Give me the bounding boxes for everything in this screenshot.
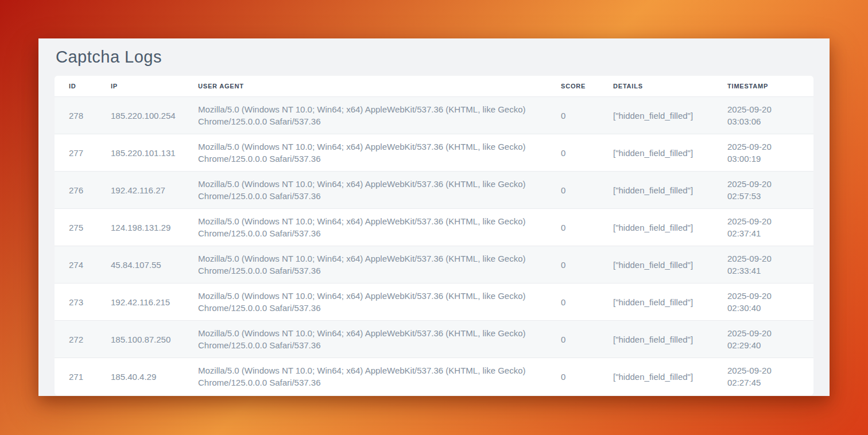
cell-details: ["hidden_field_filled"] — [599, 246, 713, 283]
column-header-timestamp: TIMESTAMP — [713, 76, 813, 97]
cell-timestamp: 2025-09-2003:00:19 — [713, 134, 813, 172]
cell-user-agent: Mozilla/5.0 (Windows NT 10.0; Win64; x64… — [184, 321, 547, 358]
cell-user-agent: Mozilla/5.0 (Windows NT 10.0; Win64; x64… — [184, 172, 547, 209]
cell-score: 0 — [547, 246, 599, 283]
table-row: 276192.42.116.27Mozilla/5.0 (Windows NT … — [55, 172, 813, 209]
cell-ip: 185.100.87.250 — [96, 321, 184, 358]
column-header-user-agent: USER AGENT — [184, 76, 547, 97]
cell-details: ["hidden_field_filled"] — [599, 97, 713, 134]
cell-id: 277 — [55, 134, 96, 172]
cell-id: 275 — [55, 209, 96, 246]
log-table-body: 278185.220.100.254Mozilla/5.0 (Windows N… — [55, 97, 813, 395]
cell-score: 0 — [547, 358, 599, 395]
captcha-logs-card: Captcha Logs ID IP USER AGENT SCORE DETA… — [38, 38, 830, 396]
cell-score: 0 — [547, 134, 599, 172]
header-row: ID IP USER AGENT SCORE DETAILS TIMESTAMP — [55, 76, 813, 97]
cell-user-agent: Mozilla/5.0 (Windows NT 10.0; Win64; x64… — [184, 246, 547, 283]
cell-ip: 124.198.131.29 — [96, 209, 184, 246]
cell-details: ["hidden_field_filled"] — [599, 134, 713, 172]
captcha-logs-table: ID IP USER AGENT SCORE DETAILS TIMESTAMP… — [55, 76, 813, 395]
cell-user-agent: Mozilla/5.0 (Windows NT 10.0; Win64; x64… — [184, 134, 547, 172]
cell-id: 272 — [55, 321, 96, 358]
table-row: 27445.84.107.55Mozilla/5.0 (Windows NT 1… — [55, 246, 813, 283]
cell-id: 273 — [55, 283, 96, 321]
column-header-details: DETAILS — [599, 76, 713, 97]
cell-id: 271 — [55, 358, 96, 395]
cell-timestamp: 2025-09-2002:27:45 — [713, 358, 813, 395]
cell-details: ["hidden_field_filled"] — [599, 358, 713, 395]
page-title: Captcha Logs — [56, 48, 813, 67]
cell-details: ["hidden_field_filled"] — [599, 283, 713, 321]
cell-timestamp: 2025-09-2002:29:40 — [713, 321, 813, 358]
table-row: 273192.42.116.215Mozilla/5.0 (Windows NT… — [55, 283, 813, 321]
cell-id: 276 — [55, 172, 96, 209]
log-table-container: ID IP USER AGENT SCORE DETAILS TIMESTAMP… — [55, 76, 813, 395]
cell-details: ["hidden_field_filled"] — [599, 209, 713, 246]
cell-timestamp: 2025-09-2002:57:53 — [713, 172, 813, 209]
cell-timestamp: 2025-09-2003:03:06 — [713, 97, 813, 134]
table-row: 272185.100.87.250Mozilla/5.0 (Windows NT… — [55, 321, 813, 358]
column-header-score: SCORE — [547, 76, 599, 97]
cell-ip: 45.84.107.55 — [96, 246, 184, 283]
cell-timestamp: 2025-09-2002:33:41 — [713, 246, 813, 283]
cell-ip: 185.40.4.29 — [96, 358, 184, 395]
cell-score: 0 — [547, 321, 599, 358]
cell-score: 0 — [547, 172, 599, 209]
cell-id: 278 — [55, 97, 96, 134]
table-row: 278185.220.100.254Mozilla/5.0 (Windows N… — [55, 97, 813, 134]
cell-timestamp: 2025-09-2002:37:41 — [713, 209, 813, 246]
cell-ip: 185.220.101.131 — [96, 134, 184, 172]
cell-details: ["hidden_field_filled"] — [599, 172, 713, 209]
cell-id: 274 — [55, 246, 96, 283]
cell-score: 0 — [547, 97, 599, 134]
cell-score: 0 — [547, 283, 599, 321]
cell-score: 0 — [547, 209, 599, 246]
cell-details: ["hidden_field_filled"] — [599, 321, 713, 358]
table-header: ID IP USER AGENT SCORE DETAILS TIMESTAMP — [55, 76, 813, 97]
cell-user-agent: Mozilla/5.0 (Windows NT 10.0; Win64; x64… — [184, 209, 547, 246]
cell-user-agent: Mozilla/5.0 (Windows NT 10.0; Win64; x64… — [184, 283, 547, 321]
cell-ip: 192.42.116.27 — [96, 172, 184, 209]
cell-ip: 192.42.116.215 — [96, 283, 184, 321]
column-header-ip: IP — [96, 76, 184, 97]
cell-user-agent: Mozilla/5.0 (Windows NT 10.0; Win64; x64… — [184, 97, 547, 134]
table-row: 275124.198.131.29Mozilla/5.0 (Windows NT… — [55, 209, 813, 246]
table-row: 271185.40.4.29Mozilla/5.0 (Windows NT 10… — [55, 358, 813, 395]
column-header-id: ID — [55, 76, 96, 97]
cell-timestamp: 2025-09-2002:30:40 — [713, 283, 813, 321]
cell-ip: 185.220.100.254 — [96, 97, 184, 134]
cell-user-agent: Mozilla/5.0 (Windows NT 10.0; Win64; x64… — [184, 358, 547, 395]
table-row: 277185.220.101.131Mozilla/5.0 (Windows N… — [55, 134, 813, 172]
